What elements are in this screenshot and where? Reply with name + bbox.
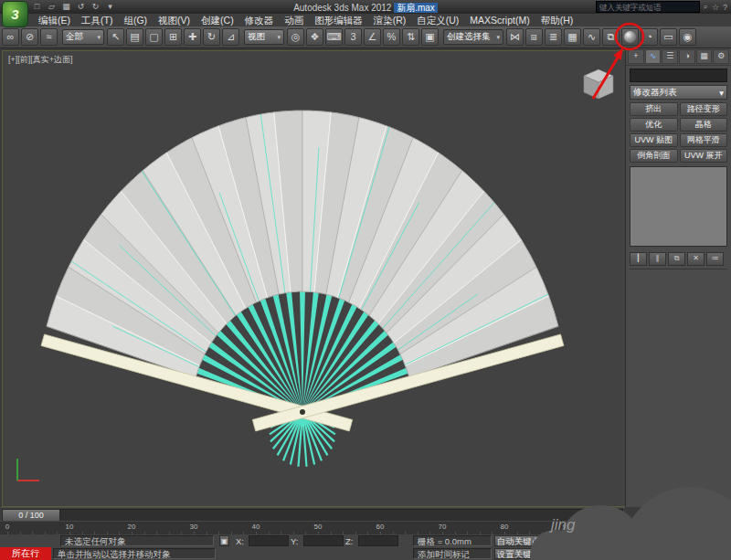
- key-filters-button[interactable]: 关键点过滤器...: [545, 548, 603, 559]
- go-to-start-icon[interactable]: «: [598, 535, 611, 546]
- menu-create[interactable]: 创建(C): [196, 14, 239, 26]
- named-selection-set-dropdown[interactable]: 创建选择集 ▾: [443, 29, 503, 45]
- set-key-button[interactable]: 设置关键点: [494, 548, 543, 559]
- select-object-icon[interactable]: ↖: [107, 28, 124, 46]
- selection-region-icon[interactable]: ▢: [145, 28, 163, 46]
- auto-key-button[interactable]: 自动关键点: [494, 535, 543, 546]
- selection-filter-dropdown[interactable]: 全部 ▾: [62, 29, 104, 45]
- tab-hierarchy-icon[interactable]: ☰: [662, 49, 678, 64]
- percent-snap-icon[interactable]: %: [383, 28, 400, 46]
- select-scale-icon[interactable]: ⊿: [222, 28, 239, 46]
- pan-view-icon[interactable]: ✚: [696, 548, 706, 559]
- curve-editor-icon[interactable]: ∿: [583, 28, 600, 46]
- modifier-button-meshsmooth[interactable]: 网格平滑: [680, 133, 728, 147]
- go-to-end-icon[interactable]: »: [641, 535, 655, 546]
- tab-modify-icon[interactable]: ∿: [645, 49, 662, 64]
- menu-views[interactable]: 视图(V): [153, 14, 196, 26]
- transform-lock-icon[interactable]: ▣: [219, 535, 229, 546]
- pin-stack-icon[interactable]: ┃: [630, 252, 647, 266]
- menu-edit[interactable]: 编辑(E): [33, 14, 76, 26]
- select-manipulate-icon[interactable]: ❖: [306, 28, 323, 46]
- angle-snap-icon[interactable]: ∠: [364, 28, 381, 46]
- select-move-icon[interactable]: ✚: [184, 28, 201, 46]
- viewport-label[interactable]: [+][前][真实+边面]: [8, 54, 73, 66]
- zoom-extents-all-icon[interactable]: ▣: [718, 535, 728, 546]
- select-link-icon[interactable]: ∞: [2, 28, 19, 46]
- menu-group[interactable]: 组(G): [118, 14, 153, 26]
- modifier-button-path-deform[interactable]: 路径变形: [680, 102, 728, 116]
- mirror-icon[interactable]: ⋈: [506, 28, 524, 46]
- bind-spacewarp-icon[interactable]: ≈: [40, 28, 58, 46]
- x-coordinate-input[interactable]: [249, 535, 289, 546]
- render-setup-icon[interactable]: ◔: [641, 28, 658, 46]
- open-file-icon[interactable]: ▱: [46, 1, 58, 12]
- align-icon[interactable]: ⧈: [525, 28, 543, 46]
- menu-animation[interactable]: 动画: [279, 14, 309, 26]
- tab-utilities-icon[interactable]: ⚙: [713, 49, 729, 64]
- quick-access-dropdown-icon[interactable]: ▾: [104, 1, 116, 12]
- select-rotate-icon[interactable]: ↻: [203, 28, 220, 46]
- edit-selection-set-icon[interactable]: ▣: [421, 28, 439, 46]
- unlink-selection-icon[interactable]: ⊘: [21, 28, 38, 46]
- remove-modifier-icon[interactable]: ✕: [687, 252, 705, 266]
- modifier-button-optimize[interactable]: 优化: [630, 118, 678, 132]
- previous-frame-icon[interactable]: ◀: [612, 535, 626, 546]
- modifier-button-unwrap-uvw[interactable]: UVW 展开: [680, 149, 728, 163]
- modifier-button-bevel-profile[interactable]: 倒角剖面: [630, 149, 678, 163]
- render-production-icon[interactable]: ◉: [679, 28, 696, 46]
- select-by-name-icon[interactable]: ▤: [126, 28, 143, 46]
- material-editor-icon[interactable]: [621, 28, 639, 46]
- snap-toggle-icon[interactable]: 3: [344, 28, 362, 46]
- menu-customize[interactable]: 自定义(U): [411, 14, 464, 26]
- layer-manager-icon[interactable]: ≣: [545, 28, 562, 46]
- modifier-button-uvw-map[interactable]: UVW 贴图: [630, 133, 678, 147]
- add-time-tag[interactable]: 添加时间标记: [413, 548, 492, 559]
- z-coordinate-input[interactable]: [358, 535, 398, 546]
- zoom-icon[interactable]: ⊕: [685, 535, 695, 546]
- search-input[interactable]: [596, 1, 700, 13]
- undo-icon[interactable]: ↺: [75, 1, 87, 12]
- make-unique-icon[interactable]: ⧉: [668, 252, 685, 266]
- new-file-icon[interactable]: □: [31, 1, 43, 12]
- time-configuration-icon[interactable]: ◷: [605, 548, 619, 559]
- help-icon[interactable]: ?: [723, 3, 727, 12]
- time-slider-track[interactable]: [2, 509, 623, 522]
- search-icon[interactable]: ⌕: [704, 2, 708, 12]
- keyboard-override-icon[interactable]: ⌨: [325, 28, 343, 46]
- menu-rendering[interactable]: 渲染(R): [368, 14, 412, 26]
- graphite-tools-icon[interactable]: ▦: [564, 28, 581, 46]
- track-bar[interactable]: 0 10 20 30 40 50 60 70 80 90 100: [0, 521, 731, 535]
- configure-sets-icon[interactable]: ≔: [706, 252, 724, 266]
- modifier-button-lattice[interactable]: 晶格: [680, 118, 728, 132]
- menu-maxscript[interactable]: MAXScript(M): [464, 14, 535, 26]
- time-slider-handle[interactable]: 0 / 100: [2, 509, 60, 522]
- favorites-star-icon[interactable]: ☆: [712, 3, 719, 12]
- tab-display-icon[interactable]: ▦: [696, 49, 713, 64]
- zoom-all-icon[interactable]: ⊞: [696, 535, 706, 546]
- rendered-frame-window-icon[interactable]: ▭: [660, 28, 677, 46]
- modifier-button-extrude[interactable]: 挤出: [630, 102, 678, 116]
- menu-tools[interactable]: 工具(T): [76, 14, 118, 26]
- redo-icon[interactable]: ↻: [90, 1, 101, 12]
- menu-graph-editors[interactable]: 图形编辑器: [309, 14, 368, 26]
- play-animation-icon[interactable]: ▶: [627, 535, 641, 546]
- front-viewport[interactable]: [+][前][真实+边面]: [2, 50, 626, 507]
- reference-coordinate-dropdown[interactable]: 视图 ▾: [244, 29, 284, 45]
- object-name-field[interactable]: [630, 69, 727, 82]
- modifier-list-dropdown[interactable]: 修改器列表 ▾: [630, 85, 727, 100]
- app-logo[interactable]: 3: [2, 1, 28, 27]
- menu-help[interactable]: 帮助(H): [535, 14, 579, 26]
- use-pivot-center-icon[interactable]: ◎: [287, 28, 304, 46]
- zoom-extents-icon[interactable]: ⊡: [707, 535, 717, 546]
- save-file-icon[interactable]: ▦: [60, 1, 72, 12]
- orbit-icon[interactable]: ↻: [707, 548, 717, 559]
- selected-set-dropdown[interactable]: 选定对象: [545, 535, 594, 546]
- y-coordinate-input[interactable]: [303, 535, 344, 546]
- spinner-snap-icon[interactable]: ⇅: [402, 28, 419, 46]
- window-crossing-icon[interactable]: ⊞: [164, 28, 182, 46]
- current-frame-field[interactable]: [658, 535, 683, 546]
- maximize-viewport-icon[interactable]: ◱: [718, 548, 728, 559]
- schematic-view-icon[interactable]: ⧉: [602, 28, 620, 46]
- tab-create-icon[interactable]: +: [628, 49, 644, 64]
- menu-modifiers[interactable]: 修改器: [239, 14, 280, 26]
